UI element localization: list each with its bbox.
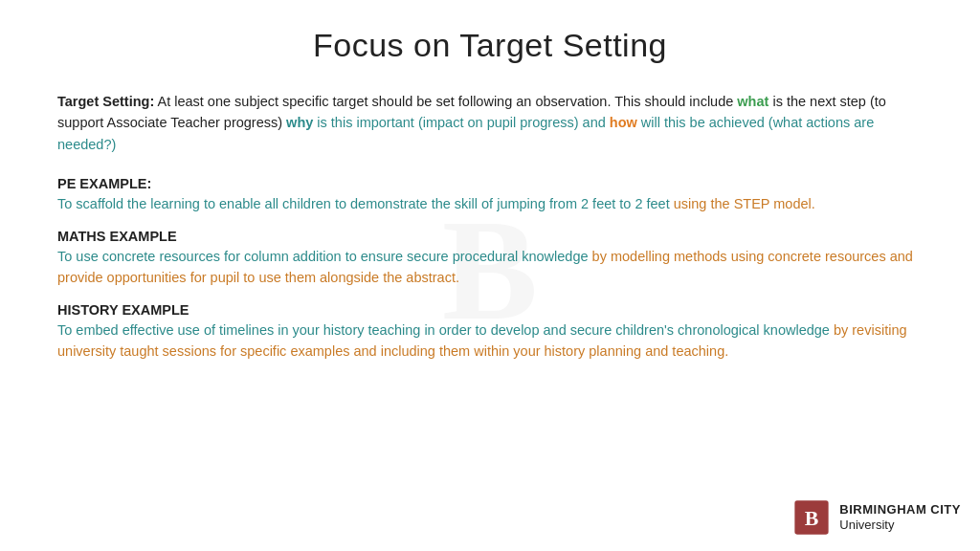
intro-paragraph: Target Setting: At least one subject spe…: [57, 91, 923, 155]
why-keyword: why: [286, 115, 313, 130]
history-example-text: To embed effective use of timelines in y…: [57, 320, 923, 363]
history-example-heading: HISTORY EXAMPLE: [57, 302, 923, 318]
svg-text:B: B: [805, 507, 819, 530]
maths-example-heading: MATHS EXAMPLE: [57, 229, 923, 244]
pe-green-text: To scaffold the learning to enable all c…: [57, 196, 670, 211]
intro-text3: is this important (impact on pupil progr…: [313, 115, 609, 130]
university-logo: B BIRMINGHAM CITY University: [791, 497, 961, 538]
intro-bold-label: Target Setting:: [57, 94, 154, 109]
bcu-line1: BIRMINGHAM CITY: [839, 502, 961, 518]
main-content: Focus on Target Setting Target Setting: …: [0, 0, 980, 386]
page-title: Focus on Target Setting: [57, 27, 923, 64]
bcu-line2: University: [839, 518, 961, 533]
maths-example-text: To use concrete resources for column add…: [57, 246, 923, 289]
pe-orange-text: using the STEP model.: [670, 196, 815, 211]
pe-example-heading: PE EXAMPLE:: [57, 176, 923, 191]
intro-text1: At least one subject specific target sho…: [154, 94, 737, 109]
history-green-text: To embed effective use of timelines in y…: [57, 322, 420, 338]
history-teal-text: in order to develop and secure children'…: [420, 322, 830, 338]
pe-example-text: To scaffold the learning to enable all c…: [57, 193, 923, 214]
bcu-logo-text: BIRMINGHAM CITY University: [839, 502, 961, 532]
bcu-logo-icon: B: [791, 497, 832, 538]
maths-green-text: To use concrete resources for column add…: [57, 249, 342, 264]
what-keyword: what: [737, 94, 768, 109]
maths-teal-text: to ensure secure procedural knowledge: [342, 249, 589, 264]
how-keyword: how: [610, 115, 637, 130]
